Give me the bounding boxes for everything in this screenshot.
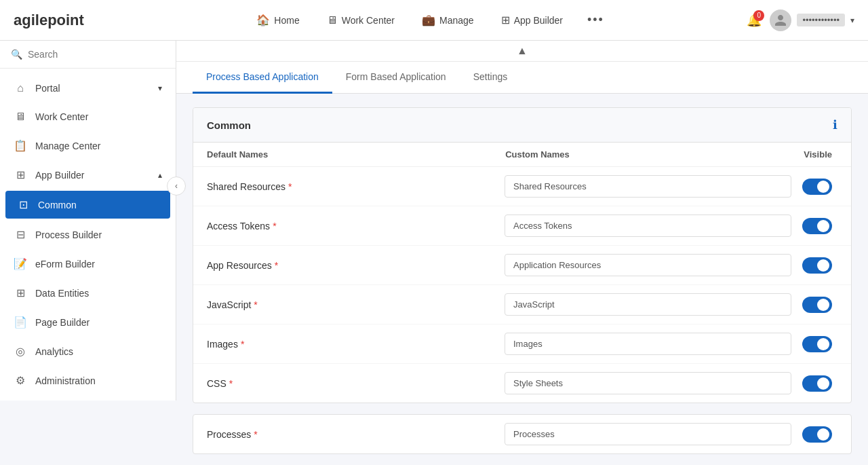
custom-name-processes[interactable] xyxy=(505,423,791,445)
main-content: ▲ Process Based Application Form Based A… xyxy=(176,41,868,465)
briefcase-icon: 💼 xyxy=(422,14,435,26)
custom-name-app-resources[interactable] xyxy=(505,254,791,276)
grid-icon: ⊞ xyxy=(501,14,510,26)
info-icon[interactable]: ℹ xyxy=(833,117,837,132)
table-row: Shared Resources * xyxy=(193,167,851,206)
field-name-images: Images * xyxy=(207,339,494,350)
nav-right: 🔔 0 •••••••••••• ▾ xyxy=(747,10,854,31)
monitor-icon: 🖥 xyxy=(327,14,338,26)
app-builder-expand-icon: ▴ xyxy=(158,170,162,180)
custom-name-access-tokens[interactable] xyxy=(505,215,791,237)
sidebar-item-eform-builder[interactable]: 📝 eForm Builder xyxy=(0,249,176,278)
page-builder-icon: 📄 xyxy=(14,316,27,329)
user-area[interactable]: •••••••••••• ▾ xyxy=(770,10,854,31)
custom-name-javascript[interactable] xyxy=(505,293,791,316)
sidebar-item-data-entities[interactable]: ⊞ Data Entities xyxy=(0,278,176,308)
processes-section: Processes * xyxy=(193,414,852,454)
sidebar-collapse-button[interactable]: ‹ xyxy=(167,176,186,196)
nav-home[interactable]: 🏠 Home xyxy=(245,8,310,32)
top-navigation: agilepoint 🏠 Home 🖥 Work Center 💼 Manage… xyxy=(0,0,868,41)
nav-manage[interactable]: 💼 Manage xyxy=(411,8,485,32)
sidebar-item-administration[interactable]: ⚙ Administration xyxy=(0,366,176,395)
field-name-shared-resources: Shared Resources * xyxy=(207,181,494,192)
content-area: Common ℹ Default Names Custom Names Visi… xyxy=(176,94,868,465)
tab-bar: Process Based Application Form Based App… xyxy=(176,62,868,94)
tab-process-based[interactable]: Process Based Application xyxy=(193,62,332,94)
section-title: Common xyxy=(207,119,251,131)
portal-icon: ⌂ xyxy=(14,82,27,94)
home-icon: 🏠 xyxy=(256,14,270,26)
common-section: Common ℹ Default Names Custom Names Visi… xyxy=(193,107,852,403)
nav-items: 🏠 Home 🖥 Work Center 💼 Manage ⊞ App Buil… xyxy=(111,7,747,33)
sidebar-item-work-center[interactable]: 🖥 Work Center xyxy=(0,103,176,131)
toggle-javascript[interactable] xyxy=(802,297,832,313)
field-name-app-resources: App Resources * xyxy=(207,260,494,271)
sidebar-item-process-builder[interactable]: ⊟ Process Builder xyxy=(0,220,176,249)
toggle-css[interactable] xyxy=(802,375,832,392)
custom-name-images[interactable] xyxy=(505,333,791,355)
sidebar-wrapper: 🔍 ⌂ Portal ▾ 🖥 Work Center 📋 Man xyxy=(0,41,176,465)
analytics-icon: ◎ xyxy=(14,345,27,358)
avatar xyxy=(770,10,791,31)
administration-icon: ⚙ xyxy=(14,374,27,387)
manage-center-icon: 📋 xyxy=(14,139,27,152)
sidebar-item-page-builder[interactable]: 📄 Page Builder xyxy=(0,308,176,337)
custom-name-css[interactable] xyxy=(505,372,791,394)
toggle-images[interactable] xyxy=(802,336,832,352)
work-center-icon: 🖥 xyxy=(14,111,27,123)
eform-builder-icon: 📝 xyxy=(14,257,27,270)
sidebar-item-analytics[interactable]: ◎ Analytics xyxy=(0,337,176,366)
tab-settings[interactable]: Settings xyxy=(460,62,521,94)
table-row: Images * xyxy=(193,324,851,364)
toggle-processes[interactable] xyxy=(802,426,832,443)
nav-work-center[interactable]: 🖥 Work Center xyxy=(316,9,406,32)
sidebar-item-app-builder[interactable]: ⊞ App Builder ▴ xyxy=(0,160,176,189)
process-builder-icon: ⊟ xyxy=(14,228,27,241)
field-name-javascript: JavaScript * xyxy=(207,299,494,310)
field-name-css: CSS * xyxy=(207,378,494,389)
data-entities-icon: ⊞ xyxy=(14,286,27,299)
field-name-processes: Processes * xyxy=(207,429,494,440)
app-builder-icon: ⊞ xyxy=(14,168,27,181)
nav-more-button[interactable]: ••• xyxy=(579,7,612,33)
table-row: Access Tokens * xyxy=(193,206,851,246)
custom-name-shared-resources[interactable] xyxy=(505,175,791,198)
sidebar-nav: ⌂ Portal ▾ 🖥 Work Center 📋 Manage Center… xyxy=(0,69,176,401)
logo: agilepoint xyxy=(14,12,84,29)
notification-badge: 0 xyxy=(753,10,764,21)
portal-expand-icon: ▾ xyxy=(158,83,162,93)
table-header: Default Names Custom Names Visible xyxy=(193,143,851,167)
table-row: CSS * xyxy=(193,364,851,403)
sidebar: 🔍 ⌂ Portal ▾ 🖥 Work Center 📋 Man xyxy=(0,41,176,401)
sidebar-item-manage-center[interactable]: 📋 Manage Center xyxy=(0,131,176,160)
user-chevron-icon: ▾ xyxy=(850,16,854,25)
search-bar: 🔍 xyxy=(0,41,176,69)
toggle-app-resources[interactable] xyxy=(802,257,832,274)
field-name-access-tokens: Access Tokens * xyxy=(207,221,494,231)
sidebar-item-common[interactable]: ⊡ Common xyxy=(5,191,170,219)
table-row: App Resources * xyxy=(193,246,851,285)
sidebar-item-portal[interactable]: ⌂ Portal ▾ xyxy=(0,74,176,103)
top-collapse-button[interactable]: ▲ xyxy=(176,41,868,62)
common-icon: ⊡ xyxy=(16,198,30,211)
user-name-label: •••••••••••• xyxy=(797,14,845,26)
table-row: JavaScript * xyxy=(193,285,851,324)
toggle-shared-resources[interactable] xyxy=(802,179,832,195)
search-icon: 🔍 xyxy=(11,49,22,60)
table-row: Processes * xyxy=(193,415,851,453)
search-input[interactable] xyxy=(28,49,165,60)
notification-button[interactable]: 🔔 0 xyxy=(747,13,762,28)
tab-form-based[interactable]: Form Based Application xyxy=(332,62,460,94)
section-header: Common ℹ xyxy=(193,108,851,143)
main-layout: 🔍 ⌂ Portal ▾ 🖥 Work Center 📋 Man xyxy=(0,41,868,465)
toggle-access-tokens[interactable] xyxy=(802,218,832,234)
nav-app-builder[interactable]: ⊞ App Builder xyxy=(490,8,574,32)
